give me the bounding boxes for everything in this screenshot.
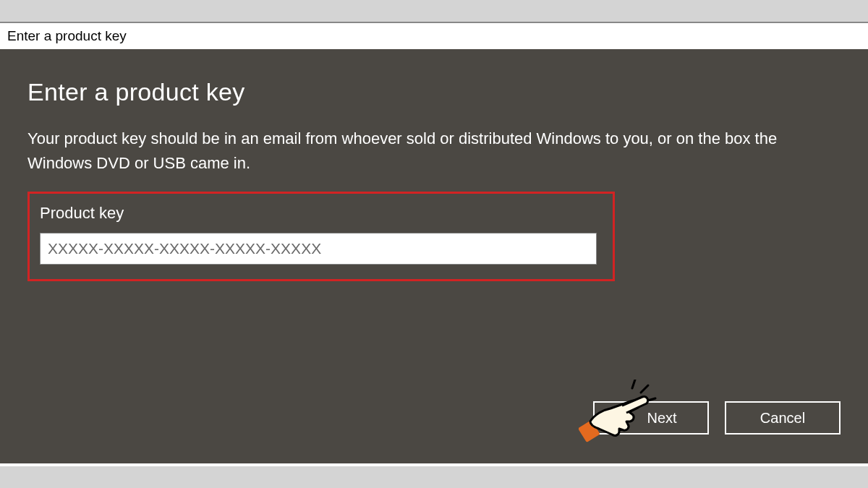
- button-row: Next Cancel: [593, 401, 841, 435]
- dialog-content: Enter a product key Your product key sho…: [0, 49, 868, 463]
- dialog-window: Enter a product key Enter a product key …: [0, 22, 868, 466]
- cancel-button[interactable]: Cancel: [725, 401, 841, 435]
- svg-line-0: [641, 385, 648, 393]
- highlight-annotation: Product key: [27, 192, 615, 281]
- product-key-input[interactable]: [40, 233, 597, 265]
- next-button[interactable]: Next: [593, 401, 709, 435]
- product-key-label: Product key: [40, 204, 603, 223]
- page-heading: Enter a product key: [27, 78, 841, 106]
- description-text: Your product key should be in an email f…: [27, 127, 841, 176]
- svg-line-2: [632, 380, 635, 388]
- window-title: Enter a product key: [0, 23, 868, 49]
